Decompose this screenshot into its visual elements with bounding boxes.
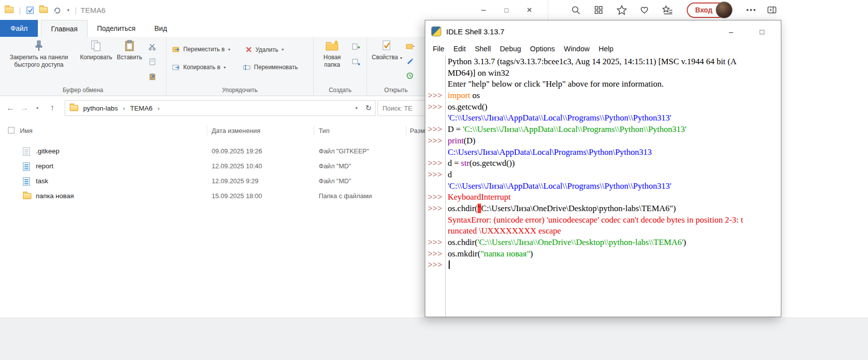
new-item-icon[interactable] [352, 43, 361, 53]
code-segment: ) [683, 238, 686, 247]
console-line: MD64)] on win32 [425, 68, 781, 79]
column-header-size[interactable]: Разм [410, 127, 425, 134]
column-separator[interactable] [314, 125, 314, 135]
python-shell-console[interactable]: Python 3.13.7 (tags/v3.13.7:bcee1c3, Aug… [425, 55, 781, 317]
tab-view[interactable]: Вид [145, 20, 176, 37]
recent-locations-caret-icon[interactable]: ▾ [31, 106, 44, 111]
properties-checkbox-icon[interactable] [26, 6, 34, 14]
cut-icon[interactable] [148, 43, 156, 53]
refresh-button[interactable]: ↻ [362, 100, 375, 116]
paste-button[interactable]: Вставить [115, 39, 144, 61]
menu-shell[interactable]: Shell [470, 45, 495, 53]
close-button[interactable]: × [518, 0, 541, 20]
properties-button[interactable]: Свойства ▾ [371, 39, 403, 61]
pin-to-quick-access-button[interactable]: Закрепить на панели быстрого доступа [1, 39, 77, 69]
rename-icon [243, 64, 251, 71]
explorer-titlebar: | ▾ | ТЕМА6 – □ × [0, 0, 548, 20]
favorites-list-icon[interactable] [662, 4, 673, 15]
menu-help[interactable]: Help [594, 45, 618, 53]
tab-home[interactable]: Главная [41, 20, 87, 37]
breadcrumb-item-tema6[interactable]: ТЕМА6 [130, 105, 152, 112]
new-folder-button[interactable]: Новая папка [316, 39, 349, 69]
column-header-date[interactable]: Дата изменения [212, 127, 260, 134]
forward-button[interactable]: → [18, 103, 31, 113]
breadcrumb-separator-icon[interactable]: › [157, 105, 159, 112]
console-line-text: Python 3.13.7 (tags/v3.13.7:bcee1c3, Aug… [445, 56, 781, 68]
column-header-name[interactable]: Имя [20, 127, 32, 134]
copy-to-button[interactable]: Копировать в ▾ [172, 64, 226, 71]
back-button[interactable]: ← [4, 103, 17, 113]
minimize-button[interactable]: – [726, 27, 736, 36]
breadcrumb-item-python-labs[interactable]: python-labs [83, 105, 118, 112]
prompt [425, 215, 445, 226]
window-title: ТЕМА6 [81, 6, 106, 14]
maximize-button[interactable]: □ [757, 27, 767, 36]
copy-button[interactable]: Копировать [78, 39, 115, 61]
text-cursor [449, 260, 450, 269]
minimize-button[interactable]: – [472, 0, 495, 20]
menu-file[interactable]: File [428, 45, 449, 53]
location-folder-icon [70, 105, 78, 111]
signin-button[interactable]: Вход [687, 2, 732, 18]
rename-button[interactable]: Переименовать [243, 64, 298, 71]
select-all-checkbox[interactable] [8, 127, 14, 133]
breadcrumb[interactable]: python-labs › ТЕМА6 › ▾ [65, 100, 363, 116]
maximize-button[interactable]: □ [495, 0, 518, 20]
easy-access-icon[interactable] [352, 58, 361, 68]
qat-customize-caret-icon[interactable]: ▾ [67, 8, 69, 12]
column-header-type[interactable]: Тип [319, 127, 330, 134]
prompt: >>> [425, 169, 445, 181]
code-segment: D = [448, 124, 463, 134]
pin-button-label: Закрепить на панели быстрого доступа [1, 54, 77, 69]
code-segment: d = [448, 158, 461, 168]
console-line: >>>print(D) [425, 135, 781, 147]
prompt: >>> [425, 192, 445, 203]
more-options-icon[interactable] [744, 4, 754, 15]
menu-debug[interactable]: Debug [496, 45, 526, 53]
caret-down-icon: ▾ [228, 47, 230, 52]
file-name: .gitkeep [36, 147, 59, 155]
code-segment: "папка новая" [481, 249, 530, 258]
edit-icon[interactable] [406, 57, 415, 67]
avatar[interactable] [716, 1, 733, 18]
ribbon-group-new: Новая папка Создать [314, 37, 367, 96]
new-folder-label: Новая папка [316, 54, 349, 69]
prompt: >>> [425, 248, 445, 260]
menu-edit[interactable]: Edit [449, 45, 470, 53]
new-folder-quick-icon[interactable] [39, 7, 48, 13]
tab-file[interactable]: Файл [0, 20, 38, 37]
delete-button[interactable]: Удалить ▾ [245, 46, 284, 53]
address-dropdown-caret-icon[interactable]: ▾ [355, 106, 358, 111]
copy-path-icon[interactable] [148, 58, 156, 68]
column-separator[interactable] [207, 125, 207, 135]
sidebar-toggle-icon[interactable] [766, 4, 777, 15]
prompt [425, 147, 445, 158]
tab-share-label: Поделиться [97, 24, 135, 32]
move-to-button[interactable]: Переместить в ▾ [172, 46, 230, 53]
favorites-star-icon[interactable] [616, 4, 627, 15]
browser-essentials-icon[interactable] [639, 4, 650, 15]
idle-menubar: FileEditShellDebugOptionsWindowHelp [425, 42, 781, 55]
signin-label: Вход [695, 6, 713, 14]
tab-share[interactable]: Поделиться [88, 20, 145, 37]
menu-options[interactable]: Options [525, 45, 559, 53]
apps-grid-icon[interactable] [593, 4, 604, 15]
caret-down-icon: ▾ [224, 65, 226, 70]
paste-icon [123, 39, 136, 52]
code-segment: " [478, 204, 481, 213]
search-icon[interactable] [570, 4, 581, 15]
menu-window[interactable]: Window [559, 45, 594, 53]
file-type: Файл "MD" [319, 177, 351, 185]
code-segment: (D) [464, 136, 476, 145]
explorer-window-controls: – □ × [472, 0, 541, 20]
console-line-text: 'C:\\Users\\Лиза\\AppData\\Local\\Progra… [445, 181, 781, 192]
redo-icon[interactable] [53, 6, 61, 14]
up-button[interactable]: ↑ [46, 103, 59, 113]
column-separator[interactable] [406, 125, 406, 135]
caret-down-icon: ▾ [282, 47, 284, 52]
open-small-buttons [406, 43, 415, 82]
history-icon[interactable] [406, 72, 415, 82]
breadcrumb-separator-icon[interactable]: › [123, 105, 125, 112]
paste-shortcut-icon[interactable] [148, 73, 156, 83]
open-icon[interactable] [406, 43, 415, 52]
